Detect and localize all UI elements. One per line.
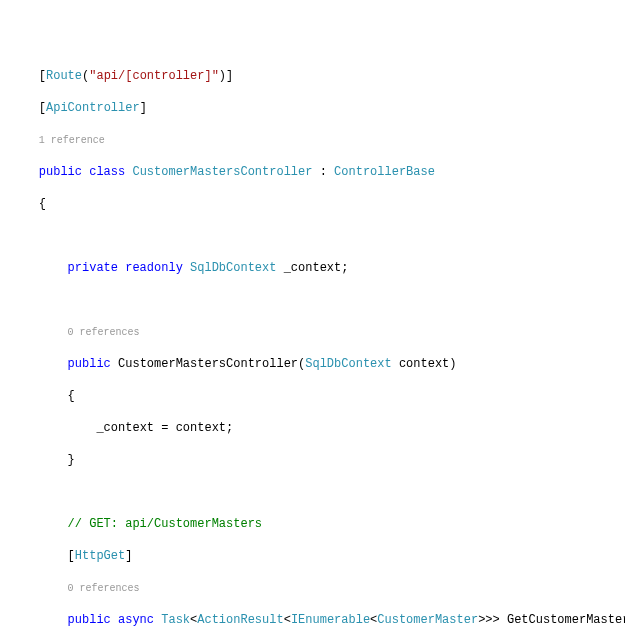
code-line: public class CustomerMastersController :…: [10, 164, 625, 180]
code-line: [ApiController]: [10, 100, 625, 116]
code-line: {: [10, 196, 625, 212]
code-line: [HttpGet]: [10, 548, 625, 564]
codelens[interactable]: 0 references: [10, 580, 625, 596]
code-line: // GET: api/CustomerMasters: [10, 516, 625, 532]
code-line: }: [10, 452, 625, 468]
code-line: public async Task<ActionResult<IEnumerab…: [10, 612, 625, 626]
blank-line: [10, 292, 625, 308]
code-line: _context = context;: [10, 420, 625, 436]
codelens[interactable]: 0 references: [10, 324, 625, 340]
code-line: {: [10, 388, 625, 404]
code-line: public CustomerMastersController(SqlDbCo…: [10, 356, 625, 372]
code-line: private readonly SqlDbContext _context;: [10, 260, 625, 276]
code-line: [Route("api/[controller]")]: [10, 68, 625, 84]
codelens[interactable]: 1 reference: [10, 132, 625, 148]
blank-line: [10, 228, 625, 244]
blank-line: [10, 484, 625, 500]
